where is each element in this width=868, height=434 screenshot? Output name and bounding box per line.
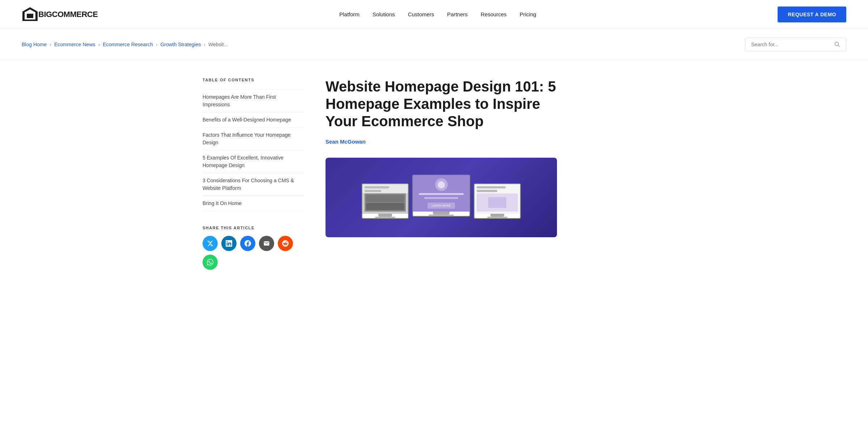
nav-resources[interactable]: Resources [481,11,507,17]
toc-list: Homepages Are More Than First Impression… [203,89,304,211]
breadcrumb-sep-2: › [98,42,100,47]
monitor-right [474,183,521,219]
breadcrumb-ecommerce-research[interactable]: Ecommerce Research [103,42,153,47]
share-reddit[interactable] [278,236,293,251]
breadcrumb-sep-3: › [156,42,158,47]
monitor-left [362,183,409,219]
toc-item-6[interactable]: Bring It On Home [203,196,304,211]
share-icons [203,236,304,270]
toc-link-6[interactable]: Bring It On Home [203,196,304,211]
toc-item-1[interactable]: Homepages Are More Than First Impression… [203,89,304,112]
nav-partners[interactable]: Partners [447,11,468,17]
search-input[interactable] [751,42,831,47]
toc-link-4[interactable]: 5 Examples Of Excellent, Innovative Home… [203,150,304,173]
breadcrumb-growth-strategies[interactable]: Growth Strategies [160,42,201,47]
toc-item-3[interactable]: Factors That Influence Your Homepage Des… [203,127,304,150]
navbar: BIGCOMMERCE Platform Solutions Customers… [0,0,868,29]
toc-item-2[interactable]: Benefits of a Well-Designed Homepage [203,112,304,127]
share-email[interactable] [259,236,274,251]
search-box[interactable] [745,38,846,51]
svg-rect-2 [27,14,33,18]
toc-link-1[interactable]: Homepages Are More Than First Impression… [203,89,304,112]
breadcrumb-sep-1: › [50,42,51,47]
nav-links: Platform Solutions Customers Partners Re… [339,11,536,17]
nav-platform[interactable]: Platform [339,11,359,17]
article-title: Website Homepage Design 101: 5 Homepage … [326,78,557,130]
hero-inner: LEARN MORE [326,158,557,237]
article-author[interactable]: Sean McGowan [326,139,665,145]
svg-line-4 [838,46,840,47]
breadcrumb-blog-home[interactable]: Blog Home [22,42,47,47]
toc-link-5[interactable]: 3 Considerations For Choosing a CMS & We… [203,173,304,196]
share-whatsapp[interactable] [203,255,218,270]
main-content: TABLE OF CONTENTS Homepages Are More Tha… [181,60,687,287]
toc-item-4[interactable]: 5 Examples Of Excellent, Innovative Home… [203,150,304,173]
nav-customers[interactable]: Customers [408,11,434,17]
share-title: SHARE THIS ARTICLE [203,226,304,230]
toc-title: TABLE OF CONTENTS [203,78,304,82]
toc-link-2[interactable]: Benefits of a Well-Designed Homepage [203,112,304,127]
article-hero-image: LEARN MORE [326,158,557,237]
breadcrumb-sep-4: › [204,42,205,47]
toc-item-5[interactable]: 3 Considerations For Choosing a CMS & We… [203,173,304,196]
breadcrumb-bar: Blog Home › Ecommerce News › Ecommerce R… [0,29,868,60]
share-linkedin[interactable] [221,236,237,251]
breadcrumb-ecommerce-news[interactable]: Ecommerce News [54,42,95,47]
nav-solutions[interactable]: Solutions [373,11,395,17]
request-demo-button[interactable]: REQUEST A DEMO [778,7,846,22]
monitor-center: LEARN MORE [412,175,470,217]
breadcrumb-current: Websit... [208,42,228,47]
logo-text: BIGCOMMERCE [38,10,98,19]
breadcrumb: Blog Home › Ecommerce News › Ecommerce R… [22,42,228,47]
sidebar: TABLE OF CONTENTS Homepages Are More Tha… [203,78,304,270]
search-icon [834,42,840,47]
article-area: Website Homepage Design 101: 5 Homepage … [326,78,665,270]
toc-link-3[interactable]: Factors That Influence Your Homepage Des… [203,127,304,150]
logo[interactable]: BIGCOMMERCE [22,7,98,22]
share-section: SHARE THIS ARTICLE [203,226,304,270]
share-facebook[interactable] [240,236,255,251]
share-twitter[interactable] [203,236,218,251]
nav-pricing[interactable]: Pricing [520,11,536,17]
